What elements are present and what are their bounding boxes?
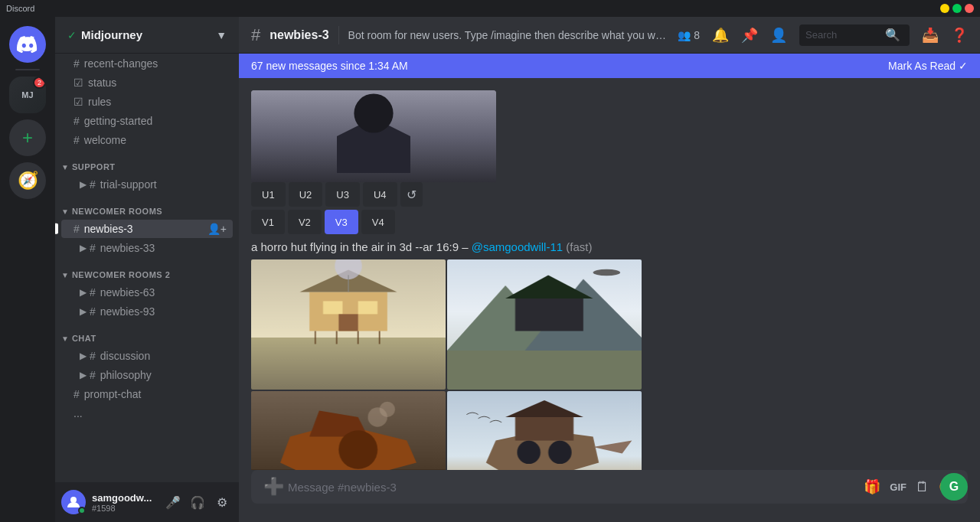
variation-v2-button[interactable]: V2 [288, 210, 322, 234]
hash-icon: # [74, 134, 80, 146]
sidebar-item-rules[interactable]: ☑ rules [61, 93, 233, 111]
gift-button[interactable]: 🎁 [864, 478, 880, 495]
expand-arrow-icon: ▶ [80, 179, 87, 190]
header-actions: 👥 8 🔔 📌 👤 🔍 📥 ❓ [678, 24, 968, 46]
hash-icon: ☑ [74, 96, 83, 108]
online-status-indicator [78, 507, 86, 514]
variation-v4-button[interactable]: V4 [361, 210, 395, 234]
sidebar-item-newbies-93[interactable]: ▶ # newbies-93 [61, 302, 233, 321]
sidebar-channels: # recent-changes ☑ status ☑ rules # gett… [55, 54, 239, 482]
close-button[interactable] [965, 4, 974, 13]
new-messages-banner[interactable]: 67 new messages since 1:34 AM Mark As Re… [239, 54, 980, 78]
server-midjourney-icon[interactable]: MJ 2 [9, 77, 46, 113]
speed-badge: (fast) [566, 240, 592, 253]
gif-button[interactable]: GIF [890, 481, 906, 493]
sidebar-item-status[interactable]: ☑ status [61, 73, 233, 92]
channel-label: rules [88, 96, 227, 108]
search-input[interactable] [805, 29, 882, 41]
discord-home-button[interactable] [9, 26, 46, 63]
hash-icon: # [90, 350, 96, 362]
add-member-icon[interactable]: 👤+ [207, 223, 227, 235]
minimize-button[interactable] [940, 4, 949, 13]
generated-image-3 [251, 391, 446, 470]
expand-arrow-icon: ▶ [80, 351, 87, 361]
chat-messages: U1 U2 U3 U4 ↺ V1 V2 V3 V4 a [239, 78, 980, 470]
add-attachment-button[interactable]: ➕ [263, 477, 282, 497]
upscale-u3-button[interactable]: U3 [325, 182, 360, 207]
collapse-arrow-icon: ▼ [61, 271, 69, 279]
headset-button[interactable]: 🎧 [187, 491, 208, 513]
maximize-button[interactable] [952, 4, 962, 13]
upscale-u1-button[interactable]: U1 [251, 182, 286, 207]
hash-icon: ☑ [74, 77, 83, 89]
microphone-button[interactable]: 🎤 [162, 491, 184, 513]
message-item: U1 U2 U3 U4 ↺ V1 V2 V3 V4 [251, 90, 968, 234]
mark-as-read-button[interactable]: Mark As Read ✓ [888, 60, 968, 72]
add-server-button[interactable]: + [9, 119, 46, 156]
server-title: Midjourney [81, 28, 216, 41]
channel-label: newbies-93 [100, 305, 227, 318]
sidebar-item-newbies-63[interactable]: ▶ # newbies-63 [61, 283, 233, 302]
members-list-button[interactable]: 👤 [770, 27, 787, 44]
new-messages-text: 67 new messages since 1:34 AM [251, 60, 408, 72]
variation-v3-button[interactable]: V3 [325, 210, 358, 234]
titlebar-title: Discord [6, 4, 34, 13]
category-newcomer-rooms[interactable]: ▼ NEWCOMER ROOMS [55, 194, 239, 219]
refresh-button-top[interactable]: ↺ [400, 182, 423, 207]
inbox-button[interactable]: 📥 [922, 27, 939, 44]
ai-image-partial [251, 90, 496, 182]
collapse-arrow-icon: ▼ [61, 207, 69, 216]
settings-button[interactable]: ⚙ [211, 491, 233, 513]
channel-name-heading: newbies-3 [270, 28, 328, 42]
checkmark-icon: ✓ [67, 29, 77, 41]
server-name-header[interactable]: ✓ Midjourney ▼ [55, 17, 239, 54]
channel-hash-icon: # [251, 25, 260, 45]
channel-label: newbies-33 [100, 242, 227, 254]
channel-label: recent-changes [84, 57, 227, 70]
search-icon: 🔍 [885, 28, 900, 42]
image-cell-3 [251, 391, 446, 470]
sidebar-item-discussion[interactable]: ▶ # discussion [61, 347, 233, 365]
help-button[interactable]: ❓ [951, 27, 968, 44]
svg-point-0 [70, 497, 77, 503]
sidebar-item-welcome[interactable]: # welcome [61, 131, 233, 149]
upscale-u2-button[interactable]: U2 [289, 182, 323, 207]
titlebar-controls [940, 4, 974, 13]
sidebar: ✓ Midjourney ▼ # recent-changes ☑ status… [55, 17, 239, 522]
upscale-buttons-row-1: U1 U2 U3 U4 ↺ [251, 182, 968, 207]
expand-arrow-icon: ▶ [80, 243, 87, 253]
channel-label: prompt-chat [84, 388, 227, 400]
sidebar-item-more[interactable]: ... [61, 404, 233, 422]
bell-button[interactable]: 🔔 [712, 27, 729, 44]
sidebar-item-philosophy[interactable]: ▶ # philosophy [61, 366, 233, 384]
hash-icon: # [74, 115, 80, 127]
avatar [61, 490, 86, 514]
sidebar-item-prompt-chat[interactable]: # prompt-chat [61, 385, 233, 403]
pin-button[interactable]: 📌 [741, 27, 758, 44]
channel-label: welcome [84, 134, 227, 146]
explore-button[interactable]: 🧭 [9, 162, 46, 199]
user-panel: samgoodw... #1598 🎤 🎧 ⚙ [55, 482, 239, 522]
channel-label: ... [74, 407, 227, 419]
variation-v1-button[interactable]: V1 [251, 210, 285, 234]
category-chat[interactable]: ▼ CHAT [55, 321, 239, 346]
category-label: SUPPORT [72, 162, 233, 171]
chat-avatar: G [940, 473, 968, 501]
hash-icon: # [74, 388, 80, 400]
sidebar-item-recent-changes[interactable]: # recent-changes [61, 54, 233, 73]
upscale-u4-button[interactable]: U4 [363, 182, 397, 207]
sidebar-item-newbies-3[interactable]: # newbies-3 👤+ [61, 220, 233, 238]
sticker-button[interactable]: 🗒 [916, 479, 929, 495]
channel-topic: Bot room for new users. Type /imagine th… [348, 29, 669, 41]
sidebar-item-getting-started[interactable]: # getting-started [61, 112, 233, 130]
channel-label: discussion [100, 350, 227, 362]
message-text-input[interactable] [288, 473, 858, 501]
header-divider [338, 26, 339, 44]
search-bar[interactable]: 🔍 [799, 24, 910, 46]
member-count-number: 8 [694, 29, 700, 41]
category-support[interactable]: ▼ SUPPORT [55, 150, 239, 175]
hash-icon: # [90, 305, 96, 318]
sidebar-item-newbies-33[interactable]: ▶ # newbies-33 [61, 239, 233, 257]
category-newcomer-rooms-2[interactable]: ▼ NEWCOMER ROOMS 2 [55, 258, 239, 282]
sidebar-item-trial-support[interactable]: ▶ # trial-support [61, 175, 233, 194]
